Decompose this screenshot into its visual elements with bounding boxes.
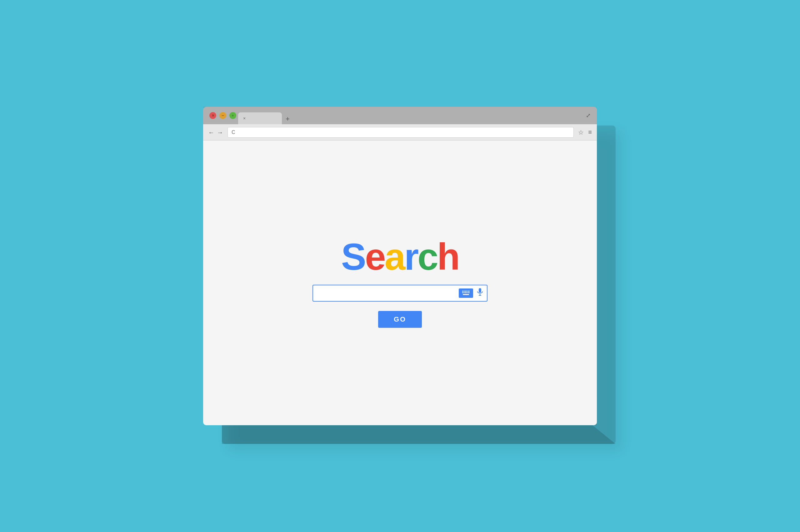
new-tab-button[interactable]: + xyxy=(283,115,292,123)
keyboard-icon[interactable] xyxy=(459,288,473,298)
page-content: Search xyxy=(203,140,597,425)
maximize-icon: + xyxy=(232,114,234,117)
svg-rect-5 xyxy=(467,291,468,291)
close-icon: ✕ xyxy=(212,114,214,118)
traffic-lights: ✕ − + xyxy=(210,112,236,119)
tab-close-icon[interactable]: × xyxy=(243,116,246,121)
logo-letter-a: a xyxy=(385,236,404,278)
maximize-button[interactable]: + xyxy=(230,112,236,119)
microphone-icon[interactable] xyxy=(477,288,483,298)
minimize-button[interactable]: − xyxy=(219,112,226,119)
search-box[interactable] xyxy=(312,285,488,302)
svg-rect-8 xyxy=(462,292,463,293)
svg-rect-3 xyxy=(464,291,465,291)
back-button[interactable]: ← xyxy=(208,129,214,135)
go-button[interactable]: GO xyxy=(378,311,422,328)
svg-rect-4 xyxy=(465,291,466,291)
reload-icon[interactable]: C xyxy=(232,130,235,135)
search-logo: Search xyxy=(341,238,459,276)
bookmark-star-icon[interactable]: ☆ xyxy=(578,129,584,136)
svg-rect-2 xyxy=(462,291,463,291)
logo-letter-c: c xyxy=(418,236,437,278)
address-input[interactable] xyxy=(238,130,570,135)
hamburger-menu-icon[interactable]: ≡ xyxy=(588,129,592,136)
svg-rect-10 xyxy=(465,292,466,293)
browser-shadow-wrapper: ✕ − + × + ⤢ ← → xyxy=(203,107,597,425)
minimize-icon: − xyxy=(222,113,224,118)
search-input[interactable] xyxy=(317,290,459,297)
svg-rect-11 xyxy=(467,292,468,293)
logo-letter-h: h xyxy=(437,236,459,278)
tab-bar: ✕ − + × + ⤢ xyxy=(203,107,597,124)
svg-rect-12 xyxy=(468,292,469,293)
svg-rect-9 xyxy=(464,292,465,293)
active-tab[interactable]: × xyxy=(238,112,282,124)
browser-window: ✕ − + × + ⤢ ← → xyxy=(203,107,597,425)
logo-letter-s: S xyxy=(341,236,365,278)
svg-rect-7 xyxy=(469,291,470,291)
close-button[interactable]: ✕ xyxy=(210,112,216,119)
svg-rect-14 xyxy=(463,294,469,295)
address-bar[interactable]: C xyxy=(228,127,574,138)
search-input-icons xyxy=(459,288,483,298)
svg-rect-13 xyxy=(469,292,470,293)
expand-icon[interactable]: ⤢ xyxy=(586,112,590,119)
logo-letter-r: r xyxy=(404,236,418,278)
svg-rect-15 xyxy=(479,288,481,292)
nav-actions: ☆ ≡ xyxy=(578,129,592,136)
svg-rect-6 xyxy=(468,291,469,291)
nav-buttons: ← → xyxy=(208,129,223,135)
logo-letter-e: e xyxy=(365,236,385,278)
nav-bar: ← → C ☆ ≡ xyxy=(203,124,597,140)
forward-button[interactable]: → xyxy=(217,129,223,135)
tab-area: × + xyxy=(238,112,292,124)
